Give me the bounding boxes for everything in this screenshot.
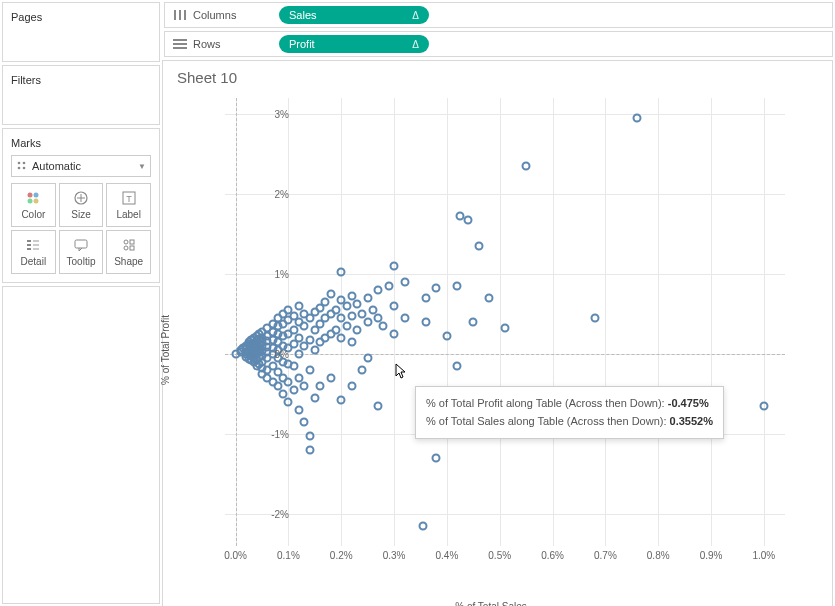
data-point[interactable] [759,402,768,411]
mark-size-button[interactable]: Size [59,183,104,227]
pages-panel[interactable]: Pages [2,2,160,62]
data-point[interactable] [400,278,409,287]
mark-label-button[interactable]: TLabel [106,183,151,227]
data-point[interactable] [474,242,483,251]
data-point[interactable] [294,406,303,415]
mark-color-button[interactable]: Color [11,183,56,227]
data-point[interactable] [464,215,473,224]
svg-point-1 [23,162,26,165]
marks-label: Marks [11,137,151,149]
data-point[interactable] [305,431,314,440]
data-point[interactable] [310,346,319,355]
data-point[interactable] [300,322,309,331]
data-point[interactable] [501,324,510,333]
data-point[interactable] [453,362,462,371]
rows-pill-profit[interactable]: Profit Δ [279,35,429,53]
data-point[interactable] [485,294,494,303]
svg-point-7 [34,199,39,204]
data-point[interactable] [300,418,309,427]
data-point[interactable] [384,282,393,291]
data-point[interactable] [337,396,346,405]
data-point[interactable] [400,314,409,323]
data-point[interactable] [633,114,642,123]
svg-text:T: T [126,194,132,204]
automatic-icon [16,160,28,172]
mark-shape-button[interactable]: Shape [106,230,151,274]
mark-btn-label: Label [116,209,140,220]
data-point[interactable] [469,318,478,327]
x-tick-label: 0.3% [383,550,406,561]
data-point[interactable] [300,382,309,391]
data-point[interactable] [337,334,346,343]
data-point[interactable] [337,268,346,277]
data-point[interactable] [342,322,351,331]
gridline-h [225,114,785,115]
y-tick-label: -2% [249,509,289,520]
data-point[interactable] [305,335,314,344]
data-point[interactable] [390,302,399,311]
data-point[interactable] [363,294,372,303]
data-point[interactable] [421,318,430,327]
svg-rect-22 [174,10,176,20]
data-point[interactable] [453,282,462,291]
mark-detail-button[interactable]: Detail [11,230,56,274]
detail-icon [25,237,41,253]
columns-shelf[interactable]: Columns Sales Δ [164,2,833,28]
gridline-v [394,98,395,546]
marks-type-select[interactable]: Automatic ▼ [11,155,151,177]
data-point[interactable] [294,350,303,359]
data-point[interactable] [347,338,356,347]
data-point[interactable] [590,314,599,323]
gridline-v [553,98,554,546]
size-icon [73,190,89,206]
data-point[interactable] [419,522,428,531]
pages-label: Pages [11,11,151,23]
data-point[interactable] [363,354,372,363]
mark-tooltip-button[interactable]: Tooltip [59,230,104,274]
data-point[interactable] [289,362,298,371]
data-point[interactable] [432,284,441,293]
data-point[interactable] [326,290,335,299]
data-point[interactable] [358,366,367,375]
data-point[interactable] [390,330,399,339]
marks-type-text: Automatic [32,160,81,172]
svg-rect-26 [173,43,187,45]
data-point[interactable] [374,402,383,411]
svg-rect-12 [27,244,31,246]
svg-rect-23 [179,10,181,20]
svg-rect-19 [130,240,134,244]
data-point[interactable] [353,300,362,309]
data-point[interactable] [347,382,356,391]
data-point[interactable] [326,374,335,383]
scatter-plot[interactable] [225,98,785,546]
data-point[interactable] [421,294,430,303]
data-point[interactable] [342,302,351,311]
x-tick-label: 0.0% [224,550,247,561]
data-point[interactable] [353,326,362,335]
data-point[interactable] [321,298,330,307]
data-point[interactable] [284,398,293,407]
data-point[interactable] [432,454,441,463]
data-point[interactable] [522,162,531,171]
x-axis-title: % of Total Sales [455,601,527,606]
data-point[interactable] [379,322,388,331]
rows-shelf[interactable]: Rows Profit Δ [164,31,833,57]
data-point[interactable] [305,366,314,375]
sheet-view[interactable]: Sheet 10 % of Total Profit % of Total Sa… [162,60,833,606]
data-point[interactable] [347,311,356,320]
data-point[interactable] [442,332,451,341]
svg-point-5 [34,193,39,198]
data-point[interactable] [374,286,383,295]
columns-pill-sales[interactable]: Sales Δ [279,6,429,24]
data-point[interactable] [289,386,298,395]
data-point[interactable] [390,262,399,271]
tooltip-line2-label: % of Total Sales along Table (Across the… [426,415,667,427]
delta-icon: Δ [412,10,419,21]
data-point[interactable] [363,318,372,327]
filters-panel[interactable]: Filters [2,65,160,125]
datapoint-tooltip: % of Total Profit along Table (Across th… [415,386,724,439]
data-point[interactable] [310,394,319,403]
data-point[interactable] [316,382,325,391]
x-tick-label: 0.5% [488,550,511,561]
data-point[interactable] [305,446,314,455]
